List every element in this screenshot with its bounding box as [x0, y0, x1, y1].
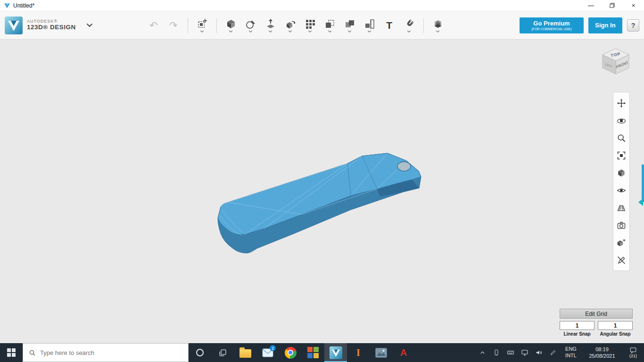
orbit-button[interactable] — [613, 112, 629, 129]
restore-button[interactable] — [602, 0, 623, 11]
tray-keyboard-button[interactable] — [504, 343, 518, 362]
dropdown-caret-icon — [268, 30, 272, 33]
tray-display-button[interactable] — [518, 343, 532, 362]
app-mail[interactable]: 2 — [256, 343, 279, 362]
show-solids-button[interactable] — [613, 234, 629, 251]
brand-text: AUTODESK® 123D® DESIGN — [27, 19, 76, 31]
viewport-canvas[interactable]: TOP FRONT LEFT — [0, 40, 644, 343]
sketch-tool-button[interactable] — [241, 13, 261, 38]
toolbar-separator — [188, 18, 188, 33]
snap-magnet-icon — [404, 18, 415, 30]
app-123d-design[interactable] — [324, 343, 347, 362]
sign-in-button[interactable]: Sign In — [588, 17, 622, 33]
search-input[interactable] — [40, 349, 163, 356]
task-view-button[interactable] — [211, 343, 234, 362]
panel-flyout-arrow-icon[interactable] — [638, 198, 643, 206]
app-inventor[interactable]: I — [347, 343, 370, 362]
workspace-menu-chevron-icon[interactable] — [86, 23, 93, 27]
app-viewer[interactable] — [370, 343, 392, 362]
transform-tool-button[interactable] — [192, 13, 212, 38]
screenshot-button[interactable] — [613, 216, 629, 234]
redo-button[interactable]: ↷ — [164, 13, 183, 38]
undo-button[interactable]: ↶ — [144, 13, 164, 38]
shading-cube-icon — [617, 168, 626, 178]
perspective-grid-icon — [617, 203, 626, 213]
text-tool-button[interactable]: T — [380, 13, 399, 38]
grouping-tool-button[interactable] — [320, 13, 340, 38]
pan-button[interactable] — [613, 94, 629, 112]
dropdown-caret-icon — [436, 30, 440, 33]
help-button[interactable]: ? — [627, 19, 639, 32]
pencil-slash-icon — [617, 255, 626, 265]
construct-icon — [265, 18, 276, 30]
tray-pen-button[interactable] — [546, 343, 560, 362]
material-tool-button[interactable] — [428, 13, 448, 38]
material-layers-icon — [432, 18, 444, 30]
start-button[interactable] — [0, 343, 23, 362]
dropdown-caret-icon — [407, 30, 411, 33]
close-button[interactable]: × — [623, 0, 644, 11]
dropdown-caret-icon — [288, 30, 292, 33]
action-center-button[interactable]: (21) — [622, 343, 644, 362]
autocad-icon: A — [397, 346, 410, 359]
combine-tool-button[interactable] — [340, 13, 360, 38]
snap-tool-button[interactable] — [399, 13, 419, 38]
pan-icon — [617, 99, 626, 108]
task-view-icon — [219, 349, 227, 357]
construct-tool-button[interactable] — [261, 13, 281, 38]
dropdown-caret-icon — [248, 30, 253, 33]
redo-icon: ↷ — [164, 20, 183, 31]
app-chrome[interactable] — [279, 343, 302, 362]
go-premium-label: Go Premium — [533, 20, 570, 27]
toolbar-separator — [423, 18, 424, 33]
modify-tool-button[interactable] — [281, 13, 300, 38]
edit-grid-button[interactable]: Edit Grid — [560, 309, 633, 319]
go-premium-button[interactable]: Go Premium (FOR COMMERCIAL USE) — [520, 17, 584, 33]
123d-logo-icon — [5, 16, 23, 34]
dropdown-caret-icon — [308, 30, 312, 33]
notification-count: (21) — [629, 354, 637, 358]
combine-icon — [344, 18, 355, 30]
clock[interactable]: 08:19 25/08/2021 — [582, 343, 622, 362]
pattern-tool-button[interactable] — [300, 13, 320, 38]
measure-icon — [364, 18, 375, 30]
hide-sketches-button[interactable] — [613, 251, 629, 269]
tray-phone-button[interactable] — [489, 343, 504, 362]
model-hole — [397, 162, 411, 171]
tray-volume-button[interactable] — [532, 343, 546, 362]
picture-icon — [375, 348, 387, 358]
viewcube[interactable]: TOP FRONT LEFT — [599, 45, 633, 79]
measure-tool-button[interactable] — [360, 13, 380, 38]
app-autocad[interactable]: A — [392, 343, 415, 362]
model-3d[interactable] — [0, 40, 644, 343]
restore-icon — [610, 3, 615, 8]
transform-icon — [197, 18, 208, 30]
minimize-button[interactable]: — — [580, 0, 602, 11]
grid-toggle-button[interactable] — [613, 199, 629, 216]
primitives-tool-button[interactable] — [221, 13, 241, 38]
cube-sparkle-icon — [617, 238, 626, 247]
folder-icon — [239, 349, 251, 358]
dropdown-caret-icon — [347, 30, 352, 33]
app-file-explorer[interactable] — [234, 343, 256, 362]
titlebar: Untitled* — × — [0, 0, 644, 11]
angular-snap-input[interactable] — [598, 321, 633, 330]
tray-expand-button[interactable] — [475, 343, 489, 362]
cortana-button[interactable] — [189, 343, 211, 362]
linear-snap-input[interactable] — [560, 321, 594, 330]
visibility-button[interactable] — [613, 181, 629, 199]
taskbar-search[interactable] — [23, 343, 189, 362]
toolbar-right-cluster: Go Premium (FOR COMMERCIAL USE) Sign In … — [520, 17, 639, 33]
fit-view-button[interactable] — [613, 147, 629, 164]
go-premium-sublabel: (FOR COMMERCIAL USE) — [532, 27, 572, 31]
zoom-button[interactable] — [613, 129, 629, 147]
speaker-icon — [535, 349, 543, 356]
shading-mode-button[interactable] — [613, 164, 629, 181]
language-indicator[interactable]: ENG INTL — [560, 343, 582, 362]
app-color-tiles[interactable] — [302, 343, 324, 362]
undo-icon: ↶ — [144, 20, 164, 31]
monitor-icon — [521, 349, 528, 356]
panel-flyout-strip[interactable] — [642, 165, 644, 202]
system-tray: ENG INTL 08:19 25/08/2021 (21) — [475, 343, 644, 362]
sketch-icon — [245, 18, 256, 30]
